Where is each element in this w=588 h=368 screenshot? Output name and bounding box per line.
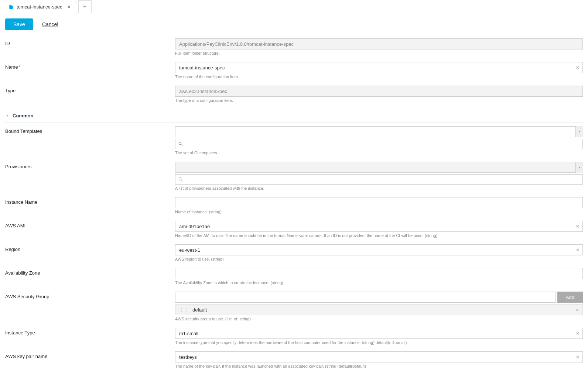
tab-tomcat-instance-spec[interactable]: tomcat-instance-spec × — [3, 1, 76, 13]
add-security-group-button[interactable]: Add — [557, 292, 583, 303]
security-group-tag[interactable]: ⋮⋮ default × — [175, 304, 583, 315]
label-type: Type — [5, 86, 175, 93]
hint-provisioners: A list of provisioners associated with t… — [175, 186, 583, 190]
section-common-title: Common — [13, 113, 33, 118]
label-aws-ami: AWS AMI — [5, 221, 175, 228]
hint-id: Full item folder structure. — [175, 51, 583, 55]
remove-tag-icon[interactable]: × — [576, 307, 579, 313]
label-bound-templates: Bound Templates — [5, 126, 175, 134]
hint-security-group: AWS security group to use. (list_of_stri… — [175, 317, 583, 321]
hint-availability-zone: The Availability Zone in which to create… — [175, 281, 583, 285]
chevron-down-icon — [5, 114, 10, 118]
search-icon — [178, 177, 183, 182]
hint-key-pair: The name of the key pair, if the instanc… — [175, 364, 583, 368]
security-group-tag-text: default — [192, 307, 207, 313]
label-region: Region — [5, 244, 175, 252]
type-field — [175, 86, 583, 97]
drag-handle-icon[interactable]: ⋮⋮ — [179, 307, 189, 313]
provisioners-select[interactable] — [175, 162, 583, 173]
label-instance-name: Instance Name — [5, 197, 175, 205]
clear-icon[interactable]: × — [576, 354, 579, 360]
tab-title: tomcat-instance-spec — [17, 4, 62, 10]
hint-bound-templates: The set of CI templates. — [175, 151, 583, 155]
clear-icon[interactable]: × — [576, 65, 579, 70]
clear-icon[interactable]: × — [576, 223, 579, 229]
instance-type-field[interactable] — [175, 328, 583, 339]
label-availability-zone: Availability Zone — [5, 268, 175, 276]
bound-templates-search[interactable] — [175, 139, 583, 149]
clear-icon[interactable]: × — [576, 330, 579, 336]
label-provisioners: Provisioners — [5, 162, 175, 169]
hint-instance-name: Name of instance. (string) — [175, 210, 583, 214]
provisioners-search[interactable] — [175, 174, 583, 185]
label-name: Name — [5, 64, 18, 70]
search-icon — [178, 141, 183, 147]
aws-ami-field[interactable] — [175, 221, 583, 232]
key-pair-field[interactable] — [175, 351, 583, 362]
hint-region: AWS region to use. (string) — [175, 257, 583, 261]
label-security-group: AWS Security Group — [5, 292, 175, 299]
clear-icon[interactable]: × — [576, 247, 579, 253]
save-button[interactable]: Save — [5, 18, 33, 30]
hint-name: The name of the configuration item. — [175, 75, 583, 79]
instance-name-field[interactable] — [175, 197, 583, 208]
required-indicator: * — [19, 64, 21, 70]
close-icon[interactable]: × — [68, 4, 71, 10]
id-field — [175, 38, 583, 49]
hint-type: The type of a configuration item. — [175, 98, 583, 103]
label-instance-type: Instance Type — [5, 328, 175, 336]
region-field[interactable] — [175, 244, 583, 255]
hint-instance-type: The instance type that you specify deter… — [175, 340, 583, 345]
label-id: ID — [5, 38, 175, 46]
security-group-field[interactable] — [175, 292, 556, 303]
hint-aws-ami: Name/ID of the AMI to use. The name shou… — [175, 233, 583, 238]
label-key-pair: AWS key pair name — [5, 351, 175, 359]
bound-templates-select[interactable] — [175, 126, 583, 137]
file-icon — [8, 4, 14, 10]
add-tab-button[interactable]: + — [78, 0, 92, 13]
availability-zone-field[interactable] — [175, 268, 583, 279]
section-common-header[interactable]: Common — [5, 109, 583, 123]
cancel-link[interactable]: Cancel — [42, 21, 58, 27]
name-field[interactable] — [175, 62, 583, 73]
